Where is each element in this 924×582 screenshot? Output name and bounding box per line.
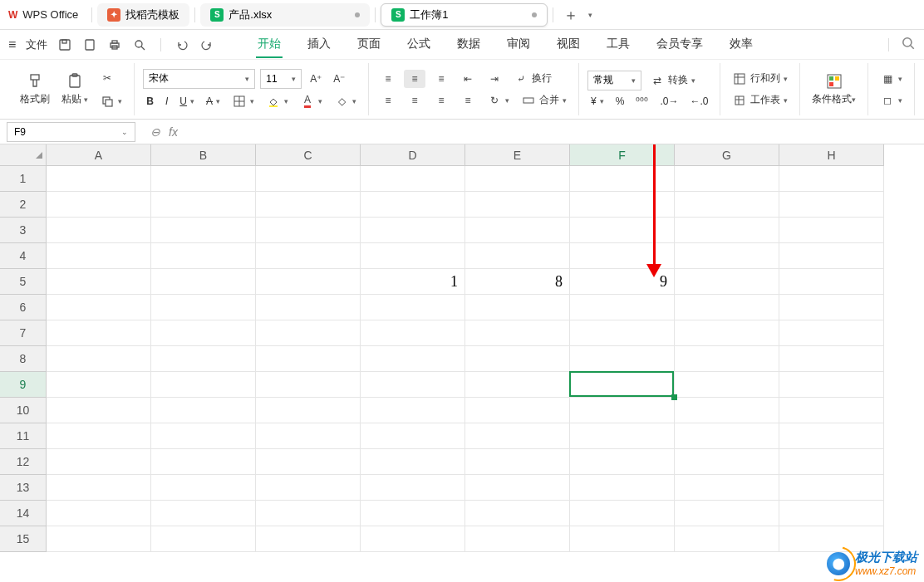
- cell-H3[interactable]: [779, 218, 884, 243]
- menu-tab-page[interactable]: 页面: [356, 32, 382, 58]
- cell-A2[interactable]: [47, 192, 151, 218]
- cell-C4[interactable]: [256, 243, 361, 269]
- row-header-3[interactable]: 3: [0, 218, 47, 243]
- cell-E6[interactable]: [465, 295, 570, 320]
- cell-B13[interactable]: [151, 475, 256, 501]
- cell-H12[interactable]: [779, 449, 884, 475]
- currency-button[interactable]: ¥▾: [587, 94, 607, 109]
- cell-B1[interactable]: [151, 166, 256, 192]
- row-header-12[interactable]: 12: [0, 449, 47, 475]
- cell-A8[interactable]: [47, 346, 151, 372]
- percent-button[interactable]: %: [612, 94, 628, 109]
- align-bottom-button[interactable]: ≡: [430, 70, 452, 88]
- align-left-button[interactable]: ≡: [377, 91, 399, 110]
- row-header-5[interactable]: 5: [0, 269, 47, 295]
- fx-icon[interactable]: fx: [169, 125, 178, 139]
- orientation-button[interactable]: ↻▾: [484, 91, 513, 110]
- cell-H9[interactable]: [779, 372, 884, 398]
- comma-button[interactable]: ⁰⁰⁰: [632, 94, 651, 109]
- font-color-button[interactable]: A▾: [297, 92, 326, 110]
- table-style-button[interactable]: ▦▾: [877, 70, 906, 88]
- menu-tab-home[interactable]: 开始: [256, 32, 283, 58]
- cell-A9[interactable]: [47, 372, 151, 398]
- column-header-C[interactable]: C: [256, 144, 361, 166]
- justify-button[interactable]: ≡: [457, 91, 479, 110]
- cell-C11[interactable]: [256, 423, 361, 449]
- cell-A5[interactable]: [47, 269, 151, 295]
- row-header-11[interactable]: 11: [0, 423, 47, 449]
- increase-decimal-button[interactable]: .0→: [656, 94, 681, 109]
- cell-G8[interactable]: [675, 346, 779, 372]
- decrease-font-button[interactable]: A⁻: [330, 71, 348, 86]
- align-right-button[interactable]: ≡: [430, 91, 452, 110]
- cell-B3[interactable]: [151, 218, 256, 243]
- menu-tab-data[interactable]: 数据: [455, 32, 482, 58]
- row-header-9[interactable]: 9: [0, 372, 47, 398]
- cell-D3[interactable]: [361, 218, 465, 243]
- menu-tab-formula[interactable]: 公式: [405, 32, 432, 58]
- cell-F3[interactable]: [570, 218, 675, 243]
- cell-C6[interactable]: [256, 295, 361, 320]
- cell-D9[interactable]: [361, 372, 465, 398]
- cell-C3[interactable]: [256, 218, 361, 243]
- cell-G13[interactable]: [675, 475, 779, 501]
- cell-F12[interactable]: [570, 449, 675, 475]
- search-icon[interactable]: [901, 36, 916, 54]
- cell-F2[interactable]: [570, 192, 675, 218]
- cell-G9[interactable]: [675, 372, 779, 398]
- cell-E7[interactable]: [465, 320, 570, 346]
- font-name-select[interactable]: 宋体▾: [143, 69, 255, 89]
- cell-G7[interactable]: [675, 320, 779, 346]
- cell-E3[interactable]: [465, 218, 570, 243]
- conditional-format-button[interactable]: 条件格式▾: [808, 71, 859, 108]
- italic-button[interactable]: I: [162, 94, 171, 109]
- menu-tab-view[interactable]: 视图: [555, 32, 582, 58]
- cell-E10[interactable]: [465, 398, 570, 423]
- cell-F13[interactable]: [570, 475, 675, 501]
- menu-tab-review[interactable]: 审阅: [505, 32, 532, 58]
- cell-A10[interactable]: [47, 398, 151, 423]
- paste-button[interactable]: 粘贴 ▾: [58, 71, 91, 108]
- row-header-4[interactable]: 4: [0, 243, 47, 269]
- undo-icon[interactable]: [174, 37, 189, 52]
- column-header-F[interactable]: F: [570, 144, 675, 166]
- cell-E15[interactable]: [465, 526, 570, 552]
- cell-C7[interactable]: [256, 320, 361, 346]
- name-box[interactable]: F9 ⌄: [7, 122, 135, 142]
- copy-button[interactable]: ▾: [96, 92, 125, 110]
- clear-format-button[interactable]: ◇▾: [331, 92, 360, 110]
- row-header-15[interactable]: 15: [0, 526, 47, 552]
- convert-button[interactable]: ⇄转换▾: [646, 71, 699, 90]
- number-format-select[interactable]: 常规▾: [587, 71, 641, 90]
- cell-A12[interactable]: [47, 449, 151, 475]
- column-header-E[interactable]: E: [465, 144, 570, 166]
- rows-cols-button[interactable]: 行和列▾: [729, 70, 791, 88]
- fill-color-button[interactable]: ▾: [263, 92, 292, 110]
- tab-menu-dropdown[interactable]: ▾: [588, 11, 592, 19]
- row-header-14[interactable]: 14: [0, 501, 47, 526]
- cell-F8[interactable]: [570, 346, 675, 372]
- cell-C15[interactable]: [256, 526, 361, 552]
- cell-F11[interactable]: [570, 423, 675, 449]
- cell-D11[interactable]: [361, 423, 465, 449]
- cell-G2[interactable]: [675, 192, 779, 218]
- cell-E5[interactable]: 8: [465, 269, 570, 295]
- preview-icon[interactable]: [132, 37, 147, 52]
- row-header-6[interactable]: 6: [0, 295, 47, 320]
- cell-F5[interactable]: 9: [570, 269, 675, 295]
- cell-B6[interactable]: [151, 295, 256, 320]
- cell-H11[interactable]: [779, 423, 884, 449]
- menu-tab-insert[interactable]: 插入: [306, 32, 332, 58]
- increase-font-button[interactable]: A⁺: [307, 71, 325, 86]
- row-header-10[interactable]: 10: [0, 398, 47, 423]
- cell-D15[interactable]: [361, 526, 465, 552]
- cell-C10[interactable]: [256, 398, 361, 423]
- underline-button[interactable]: U▾: [176, 94, 198, 109]
- cell-C2[interactable]: [256, 192, 361, 218]
- column-header-A[interactable]: A: [47, 144, 151, 166]
- formula-input[interactable]: [186, 122, 924, 142]
- cell-C1[interactable]: [256, 166, 361, 192]
- fill-handle[interactable]: [671, 394, 677, 400]
- cell-H13[interactable]: [779, 475, 884, 501]
- cell-A3[interactable]: [47, 218, 151, 243]
